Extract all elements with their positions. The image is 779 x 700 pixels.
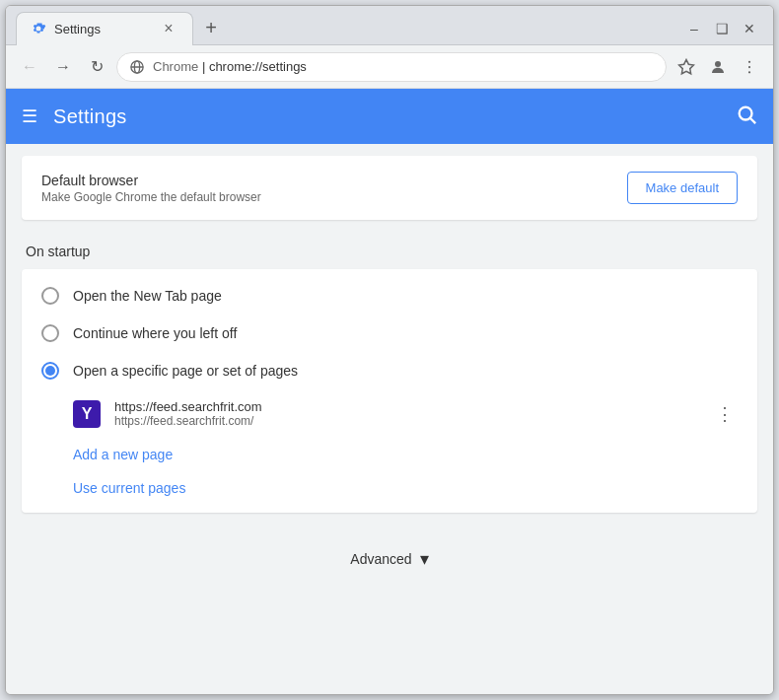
active-tab[interactable]: Settings × xyxy=(16,12,193,45)
settings-content: PC.COM Default browser Make Google Chrom… xyxy=(6,144,773,694)
back-icon: ← xyxy=(22,58,37,76)
make-default-button[interactable]: Make default xyxy=(627,172,738,204)
address-bar[interactable]: Chrome | chrome://settings xyxy=(116,52,667,82)
use-current-row: Use current pages xyxy=(22,471,757,505)
settings-header: ☰ Settings xyxy=(6,89,773,144)
radio-option-continue[interactable]: Continue where you left off xyxy=(22,315,757,352)
radio-circle-new-tab xyxy=(41,287,59,305)
startup-card: Open the New Tab page Continue where you… xyxy=(22,269,757,513)
add-page-row: Add a new page xyxy=(22,438,757,471)
radio-circle-specific xyxy=(41,362,59,380)
browser-window: Settings × + – ❑ ✕ ← → ↻ xyxy=(5,5,774,695)
radio-circle-continue xyxy=(41,324,59,342)
page-url-sub: https://feed.searchfrit.com/ xyxy=(114,414,696,428)
window-controls: – ❑ ✕ xyxy=(684,19,763,38)
more-button[interactable] xyxy=(736,53,763,81)
svg-point-6 xyxy=(748,65,750,67)
bookmark-button[interactable] xyxy=(673,53,700,81)
radio-option-specific[interactable]: Open a specific page or set of pages xyxy=(22,352,757,389)
advanced-label: Advanced xyxy=(350,551,411,567)
svg-point-7 xyxy=(748,71,750,73)
svg-point-8 xyxy=(740,106,752,119)
add-new-page-link[interactable]: Add a new page xyxy=(73,447,173,462)
default-browser-sublabel: Make Google Chrome the default browser xyxy=(41,190,261,204)
minimize-button[interactable]: – xyxy=(684,19,704,38)
site-icon xyxy=(129,59,145,75)
default-browser-label: Default browser xyxy=(41,173,261,188)
close-button[interactable]: ✕ xyxy=(740,19,759,38)
radio-label-continue: Continue where you left off xyxy=(73,325,237,341)
toolbar: ← → ↻ Chrome | chrome://settings xyxy=(6,45,773,89)
new-tab-button[interactable]: + xyxy=(197,15,225,42)
advanced-section[interactable]: Advanced ▾ xyxy=(6,525,773,594)
page-url-main: https://feed.searchfrit.com xyxy=(114,399,696,414)
radio-label-new-tab: Open the New Tab page xyxy=(73,288,222,304)
use-current-pages-link[interactable]: Use current pages xyxy=(73,480,185,496)
tab-close-button[interactable]: × xyxy=(159,19,178,38)
svg-line-9 xyxy=(750,118,755,123)
toolbar-right xyxy=(673,53,763,81)
refresh-button[interactable]: ↻ xyxy=(83,53,110,81)
hamburger-menu-icon[interactable]: ☰ xyxy=(22,105,37,127)
startup-page-entry: Y https://feed.searchfrit.com https://fe… xyxy=(22,389,757,438)
startup-heading: On startup xyxy=(22,232,757,269)
radio-label-specific: Open a specific page or set of pages xyxy=(73,363,298,379)
back-button[interactable]: ← xyxy=(16,53,43,81)
on-startup-section: On startup Open the New Tab page Continu… xyxy=(22,232,757,513)
radio-option-new-tab[interactable]: Open the New Tab page xyxy=(22,277,757,315)
page-info: https://feed.searchfrit.com https://feed… xyxy=(114,399,696,428)
refresh-icon: ↻ xyxy=(91,57,104,76)
advanced-chevron-icon: ▾ xyxy=(420,548,429,570)
settings-page-title: Settings xyxy=(53,105,127,128)
settings-search-icon[interactable] xyxy=(736,104,757,130)
forward-button[interactable]: → xyxy=(49,53,77,81)
tab-favicon xyxy=(31,21,46,36)
default-browser-info: Default browser Make Google Chrome the d… xyxy=(41,173,261,204)
svg-point-5 xyxy=(748,60,750,62)
svg-marker-3 xyxy=(679,59,694,73)
address-text: Chrome | chrome://settings xyxy=(153,59,654,74)
profile-button[interactable] xyxy=(704,53,732,81)
page-menu-button[interactable]: ⋮ xyxy=(710,400,738,428)
tab-title: Settings xyxy=(54,22,151,36)
title-bar: Settings × + – ❑ ✕ xyxy=(6,6,773,45)
page-favicon: Y xyxy=(73,400,101,428)
maximize-button[interactable]: ❑ xyxy=(712,19,732,38)
default-browser-section: Default browser Make Google Chrome the d… xyxy=(22,156,757,220)
svg-point-4 xyxy=(715,61,721,67)
forward-icon: → xyxy=(55,58,71,76)
